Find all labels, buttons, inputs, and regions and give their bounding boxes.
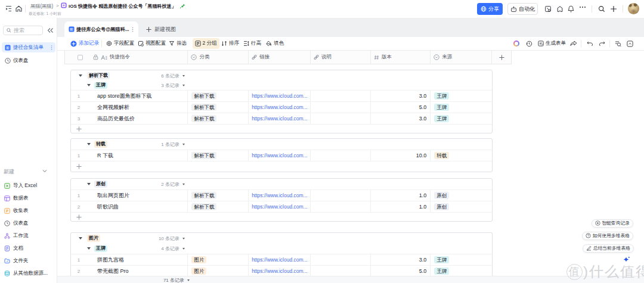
- category-tag[interactable]: 解析下载: [191, 115, 216, 122]
- count-caret-icon[interactable]: [182, 248, 185, 250]
- cell-version[interactable]: 5.0: [371, 266, 431, 276]
- table-row[interactable]: 1取出网页图片 解析下载 https://www.icloud.com... 1…: [71, 189, 492, 201]
- share-button[interactable]: 分享: [477, 3, 503, 15]
- bell-icon[interactable]: [568, 5, 575, 13]
- group-button[interactable]: 2 分组: [193, 38, 219, 49]
- sidebar-new-dashboard[interactable]: 仪表盘: [2, 218, 57, 229]
- user-avatar[interactable]: [628, 3, 639, 14]
- count-caret-icon[interactable]: [182, 75, 185, 77]
- cell-link[interactable]: https://www.icloud.com...: [252, 153, 308, 158]
- source-tag[interactable]: 王牌: [434, 115, 449, 122]
- collapse-panel-icon[interactable]: [47, 27, 54, 33]
- cell-version[interactable]: 3.0: [371, 254, 431, 265]
- cell-link[interactable]: https://www.icloud.com...: [252, 192, 308, 198]
- tab-active-view[interactable]: 捷径库公众号@黑猫科...: [64, 21, 138, 37]
- category-tag[interactable]: 解析下载: [191, 152, 216, 159]
- cell-title[interactable]: 听歌识曲: [97, 203, 119, 211]
- cell-title[interactable]: 拼图九宫格: [97, 256, 124, 264]
- group-header-level1[interactable]: 图片 10 条记录: [71, 233, 492, 244]
- table-row[interactable]: 1R 下载 解析下载 https://www.icloud.com... 10.…: [71, 150, 492, 161]
- chevron-down-icon[interactable]: [42, 169, 47, 173]
- fill-color-button[interactable]: 填色: [266, 37, 284, 50]
- category-tag[interactable]: 解析下载: [191, 203, 216, 210]
- add-record-button[interactable]: 添加记录: [70, 37, 99, 50]
- cell-version[interactable]: 1.0: [371, 190, 431, 201]
- cell-title[interactable]: 商品历史最低价: [97, 115, 135, 123]
- sidebar-new-workflow[interactable]: 工作流: [2, 231, 57, 241]
- sidebar-search-input[interactable]: 搜索: [3, 26, 43, 35]
- source-tag[interactable]: 原创: [434, 192, 449, 199]
- cell-version[interactable]: 1.0: [371, 201, 431, 212]
- ai-ring-icon[interactable]: [513, 37, 519, 50]
- pin-icon[interactable]: [179, 3, 185, 9]
- column-header-link[interactable]: 链接: [249, 51, 311, 64]
- field-config-button[interactable]: 字段配置: [106, 37, 134, 50]
- group-header-level2[interactable]: 王牌 4 条记录: [71, 244, 492, 254]
- cell-link[interactable]: https://www.icloud.com...: [252, 93, 308, 99]
- cell-title[interactable]: 带壳截图 Pro: [97, 268, 129, 275]
- source-tag[interactable]: 王牌: [434, 256, 449, 263]
- cell-title[interactable]: 全网视频解析: [97, 104, 129, 111]
- cell-link[interactable]: https://www.icloud.com...: [252, 268, 308, 274]
- cell-title[interactable]: app store圆角图标下载: [97, 92, 152, 100]
- document-title[interactable]: iOS 快捷指令 精选原创捷径 公众号「黑猫科技迷」: [69, 3, 176, 10]
- row-height-button[interactable]: 行高: [243, 37, 261, 50]
- ai-pill-summarize[interactable]: 总结当前多维表格: [583, 244, 634, 253]
- column-header-version[interactable]: 版本: [371, 51, 431, 64]
- table-row[interactable]: 1app store圆角图标下载 解析下载 https://www.icloud…: [71, 90, 492, 101]
- sidebar-new-datasource[interactable]: 从其他数据源...: [2, 268, 57, 279]
- source-tag[interactable]: 王牌: [434, 104, 449, 111]
- breadcrumb-root[interactable]: 黑猫(黑猫): [30, 3, 53, 10]
- cell-version[interactable]: 3.0: [371, 91, 431, 101]
- add-column-button[interactable]: [492, 51, 511, 64]
- table-row[interactable]: 1拼图九宫格 图片 https://www.icloud.com... 3.0 …: [71, 254, 492, 265]
- cell-link[interactable]: https://www.icloud.com...: [252, 204, 308, 210]
- home-icon[interactable]: [15, 5, 23, 13]
- collapse-toolbar-icon[interactable]: [627, 37, 633, 50]
- table-row[interactable]: 2全网视频解析 解析下载 https://www.icloud.com... 5…: [71, 101, 492, 113]
- cell-description[interactable]: [311, 150, 371, 161]
- select-all-checkbox[interactable]: [78, 55, 83, 60]
- sidebar-new-folder[interactable]: 文件夹: [2, 256, 57, 266]
- undo-icon[interactable]: [587, 37, 593, 50]
- sidebar-new-document[interactable]: 文档: [2, 243, 57, 254]
- count-caret-icon[interactable]: [182, 85, 185, 86]
- cell-description[interactable]: [311, 266, 371, 276]
- view-config-button[interactable]: 视图配置: [138, 37, 166, 50]
- group-header-level1[interactable]: 解析下载 6 条记录: [71, 70, 492, 81]
- cell-version[interactable]: 10.0: [371, 150, 431, 161]
- create-new-icon[interactable]: [610, 5, 617, 13]
- group-header-level2[interactable]: 原创 2 条记录: [71, 179, 492, 189]
- ai-pill-how-to-use[interactable]: 如何使用多维表格: [582, 232, 633, 240]
- group-header-level2[interactable]: 转载 1 条记录: [71, 139, 492, 150]
- count-caret-icon[interactable]: [182, 238, 185, 240]
- sidebar-item-dashboard[interactable]: 仪表盘: [2, 55, 55, 66]
- automation-button[interactable]: 自动化: [507, 3, 538, 15]
- find-in-view-icon[interactable]: [615, 37, 621, 50]
- sidebar-new-datatable[interactable]: 数据表: [2, 193, 57, 204]
- cell-title[interactable]: R 下载: [97, 152, 113, 160]
- cell-version[interactable]: 5.0: [371, 102, 431, 113]
- cell-description[interactable]: [311, 113, 371, 124]
- cell-description[interactable]: [311, 190, 371, 201]
- category-tag[interactable]: 图片: [191, 268, 206, 275]
- group-header-level2[interactable]: 王牌 3 条记录: [71, 81, 492, 90]
- add-row-button[interactable]: [71, 124, 492, 133]
- table-row[interactable]: 2带壳截图 Pro 图片 https://www.icloud.com... 5…: [71, 265, 492, 276]
- source-tag[interactable]: 王牌: [434, 268, 449, 275]
- redo-icon[interactable]: [599, 37, 605, 50]
- collapse-sidebar-icon[interactable]: [5, 5, 13, 13]
- history-icon[interactable]: [526, 37, 532, 50]
- generate-form-button[interactable]: 生成表单: [538, 37, 566, 50]
- count-caret-icon[interactable]: [182, 144, 185, 145]
- source-tag[interactable]: 王牌: [434, 92, 449, 99]
- source-tag[interactable]: 原创: [434, 203, 449, 210]
- cell-link[interactable]: https://www.icloud.com...: [252, 104, 308, 110]
- count-caret-icon[interactable]: [187, 279, 190, 281]
- ai-pill-smart-query[interactable]: 智能查询记录: [592, 219, 633, 228]
- filter-button[interactable]: 筛选: [169, 37, 187, 50]
- cell-link[interactable]: https://www.icloud.com...: [252, 116, 308, 122]
- table-row[interactable]: 3商品历史最低价 解析下载 https://www.icloud.com... …: [71, 113, 492, 124]
- cell-title[interactable]: 取出网页图片: [97, 192, 129, 200]
- cell-description[interactable]: [311, 102, 371, 113]
